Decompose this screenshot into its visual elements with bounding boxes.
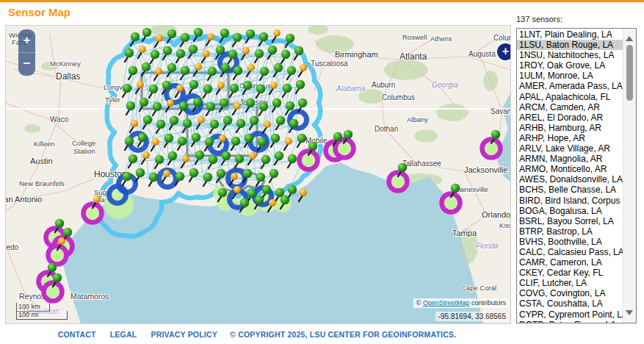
map-city-label: College — [72, 139, 95, 147]
map-city-label: Jacksonville — [464, 165, 507, 174]
map-city-label: Killeen — [34, 140, 55, 148]
zoom-out-button[interactable]: − — [18, 52, 35, 76]
footer: CONTACT LEGAL PRIVACY POLICY © COPYRIGHT… — [29, 330, 479, 339]
footer-copyright: © COPYRIGHT 2025, LSU CENTER FOR GEOINFO… — [230, 330, 456, 339]
map-city-label: Waco — [50, 115, 69, 123]
sensor-list-items: 1LNT, Plain Dealing, LA1LSU, Baton Rouge… — [517, 29, 623, 323]
map-city-label: Atlanta — [399, 51, 427, 62]
page-title: Sensor Map — [8, 6, 70, 18]
sensor-list-item[interactable]: COVG, Covington, LA — [517, 288, 623, 298]
map-city-label: Kissimm — [499, 221, 510, 229]
map-city-label: Savannah — [491, 107, 510, 115]
map-city-label: Orlando — [482, 210, 510, 219]
sensor-list-item[interactable]: 1ROY, Oak Grove, LA — [517, 60, 623, 71]
attribution-suffix: contributors — [469, 299, 506, 307]
expand-button[interactable]: + — [497, 43, 510, 60]
sensor-list-item[interactable]: CSTA, Coushatta, LA — [517, 298, 623, 309]
sensor-list-item[interactable]: CKEY, Cedar Key, FL — [517, 268, 623, 278]
sensor-list-item[interactable]: ARMO, Monticello, AR — [517, 164, 623, 174]
map-city-label: Georgia — [432, 81, 458, 89]
scrollbar-thumb[interactable] — [626, 45, 633, 101]
map-city-label: Station — [73, 147, 95, 155]
zoom-in-button[interactable]: + — [18, 29, 35, 52]
map-city-label: Birmingham — [335, 50, 378, 59]
map-city-label: Austin — [30, 157, 53, 165]
sensor-list-item[interactable]: BVHS, Boothville, LA — [517, 237, 623, 247]
osm-link[interactable]: OpenStreetMap — [423, 299, 470, 307]
sensor-list-item[interactable]: BSRL, Bayou Sorrel, LA — [517, 216, 623, 226]
map-city-label: Alabama — [336, 85, 366, 93]
footer-link-privacy[interactable]: PRIVACY POLICY — [151, 330, 217, 339]
sensor-list-item[interactable]: ARHB, Hamburg, AR — [517, 123, 623, 133]
sensor-list-item[interactable]: CAMR, Cameron, LA — [517, 257, 623, 268]
sensor-list-item[interactable]: ARMN, Magnolia, AR — [517, 154, 623, 164]
map-city-label: McKinney — [50, 60, 81, 68]
sensor-list-item[interactable]: ARLV, Lake Village, AR — [517, 143, 623, 154]
sensor-list-item[interactable]: APAL, Apalachicola, FL — [517, 92, 623, 102]
sensor-list-item[interactable]: 1LSU, Baton Rouge, LA — [517, 40, 623, 50]
scroll-up-arrow-icon[interactable] — [626, 32, 633, 41]
scrollbar[interactable] — [623, 29, 636, 323]
sensor-list-item[interactable]: 1ULM, Monroe, LA — [517, 71, 623, 81]
footer-link-legal[interactable]: LEGAL — [110, 330, 137, 339]
map-city-label: Tuscaloosa — [311, 60, 348, 68]
map-canvas: WichitaFallsMcKinneyDallasLongviewTylerW… — [6, 26, 510, 323]
sensor-list-item[interactable]: ARHP, Hope, AR — [517, 133, 623, 143]
sensor-list-item[interactable]: BOGA, Bogalusa, LA — [517, 206, 623, 216]
sensor-list-item[interactable]: 1NSU, Natchitoches, LA — [517, 50, 623, 60]
map-city-label: Columbus — [382, 93, 415, 101]
map-city-label: Florida — [476, 242, 499, 250]
sensor-list-item[interactable]: BTRP, Bastrop, LA — [517, 226, 623, 237]
map-city-label: Tyler — [105, 96, 120, 104]
sensor-sidebar: 137 sensors: 1LNT, Plain Dealing, LA1LSU… — [516, 15, 638, 323]
top-accent-bar — [0, 0, 644, 2]
sensor-listbox[interactable]: 1LNT, Plain Dealing, LA1LSU, Baton Rouge… — [516, 28, 637, 323]
map-city-label: Athens — [430, 35, 452, 43]
map-city-label: Dallas — [56, 71, 80, 82]
scale-mi: 100 mi — [16, 311, 68, 320]
map-city-label: Albany — [407, 115, 428, 123]
attribution-prefix: © — [416, 299, 423, 307]
footer-link-contact[interactable]: CONTACT — [58, 330, 96, 339]
map-city-label: Dothan — [375, 125, 398, 133]
map-city-label: Augusta — [468, 50, 496, 58]
scale-bar: 100 km 100 mi — [16, 303, 68, 320]
map-attribution: © OpenStreetMap contributors — [413, 298, 509, 308]
map-city-label: Cape Coral — [461, 284, 496, 292]
cursor-coordinates: -95.81694, 33.68565 — [435, 312, 509, 321]
sensor-list-item[interactable]: ARCM, Camden, AR — [517, 102, 623, 112]
sensor-list-item[interactable]: CLIF, Lutcher, LA — [517, 278, 623, 288]
map-city-label: Columbia — [493, 34, 510, 42]
scroll-down-arrow-icon[interactable] — [626, 310, 633, 319]
map-city-label: Tampa — [452, 229, 477, 237]
sensor-list-item[interactable]: AREL, El Dorado, AR — [517, 112, 623, 123]
sensor-list-item[interactable]: BIRD, Bird Island, Corpus Chri — [517, 196, 623, 206]
map-city-label: Matamoros — [70, 292, 109, 301]
map-city-label: Laredo — [6, 243, 19, 251]
sensor-list-item[interactable]: AWES, Donaldsonville, LA — [517, 174, 623, 184]
sensor-list-item[interactable]: BCHS, Belle Chasse, LA — [517, 184, 623, 195]
sensor-list-item[interactable]: AMER, Amerada Pass, LA — [517, 81, 623, 91]
map-city-label: Roswell — [402, 33, 427, 41]
map[interactable]: WichitaFallsMcKinneyDallasLongviewTylerW… — [6, 26, 510, 323]
zoom-control: + − — [18, 29, 35, 76]
sensor-count-label: 137 sensors: — [516, 15, 638, 24]
map-city-label: San Antonio — [6, 195, 42, 204]
sensor-list-item[interactable]: 1LNT, Plain Dealing, LA — [517, 29, 623, 40]
map-city-label: Auburn — [372, 81, 395, 89]
sensor-list-item[interactable]: CYPR, Cypremort Point, LA — [517, 309, 623, 320]
map-city-label: New Braunfels — [19, 179, 65, 187]
sensor-list-item[interactable]: DOTD, Baton Rouge, LA — [517, 320, 623, 323]
map-city-label: Tallahassee — [402, 160, 441, 168]
sensor-list-item[interactable]: CALC, Calcasieu Pass, LA — [517, 247, 623, 257]
